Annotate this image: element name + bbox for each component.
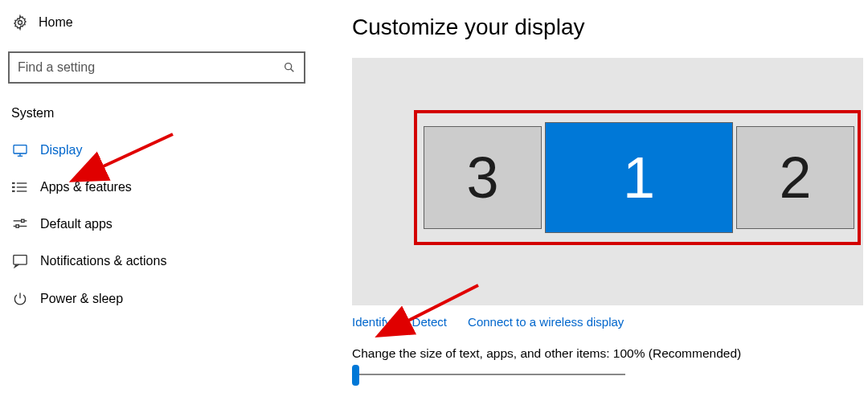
monitor-arrangement-panel[interactable]: 3 1 2 [352,58,863,305]
monitor-number: 1 [623,145,655,211]
sidebar-item-label: Display [40,143,82,157]
svg-rect-19 [14,256,27,264]
svg-point-10 [14,187,14,188]
monitor-tile-1[interactable]: 1 [545,122,733,233]
sidebar-item-label: Notifications & actions [40,254,166,268]
svg-line-2 [291,69,294,72]
svg-rect-16 [22,219,24,222]
sliders-icon [11,218,29,231]
gear-icon [11,14,29,31]
svg-point-0 [18,21,23,25]
svg-point-9 [14,183,14,184]
sidebar-item-label: Default apps [40,217,113,231]
detect-link[interactable]: Detect [412,315,447,329]
highlight-box: 3 1 2 [414,110,861,245]
svg-point-14 [12,191,13,192]
sidebar-item-label: Power & sleep [40,292,123,306]
chat-icon [11,254,29,268]
home-button[interactable]: Home [0,14,313,31]
monitor-number: 2 [780,145,812,211]
svg-point-11 [14,191,14,192]
monitor-icon [11,144,29,157]
svg-rect-3 [14,145,27,153]
svg-point-13 [12,187,13,188]
identify-link[interactable]: Identify [352,315,391,329]
sidebar-item-display[interactable]: Display [0,132,313,169]
sidebar-item-label: Apps & features [40,180,132,194]
power-icon [11,291,29,307]
section-label: System [11,106,313,121]
monitor-number: 3 [466,145,498,211]
monitor-tile-2[interactable]: 2 [736,126,854,229]
svg-point-1 [285,63,292,70]
search-placeholder: Find a setting [18,60,283,75]
search-icon [283,61,296,74]
svg-point-12 [12,183,13,184]
slider-thumb[interactable] [352,365,359,386]
sidebar-item-default-apps[interactable]: Default apps [0,206,313,243]
monitor-tile-3[interactable]: 3 [424,126,542,229]
search-input[interactable]: Find a setting [8,51,305,84]
list-icon [11,181,29,194]
scale-slider[interactable] [352,374,625,375]
svg-rect-18 [16,225,18,227]
page-title: Customize your display [352,14,868,40]
sidebar-item-apps-features[interactable]: Apps & features [0,169,313,206]
sidebar-item-power-sleep[interactable]: Power & sleep [0,280,313,318]
wireless-display-link[interactable]: Connect to a wireless display [468,315,624,329]
scale-label: Change the size of text, apps, and other… [352,346,868,361]
sidebar-item-notifications[interactable]: Notifications & actions [0,243,313,280]
home-label: Home [39,15,73,30]
